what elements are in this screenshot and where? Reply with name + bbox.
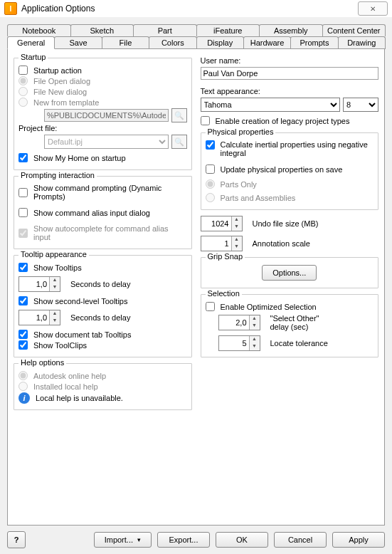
tab-sketch[interactable]: Sketch (70, 24, 134, 36)
tab-part[interactable]: Part (133, 24, 197, 36)
info-icon: i (18, 392, 30, 404)
optimized-selection-label: Enable Optimized Selection (221, 303, 317, 311)
spinner-up-icon[interactable]: ▲ (50, 277, 60, 284)
tab-drawing[interactable]: Drawing (338, 36, 386, 49)
help-icon: ? (14, 535, 19, 544)
font-select[interactable]: Tahoma (201, 98, 341, 112)
tab-general[interactable]: General (7, 36, 55, 49)
online-help-radio: Autodesk online help (18, 371, 187, 380)
toolclips-cb[interactable] (18, 340, 28, 350)
calc-inertial-checkbox[interactable]: Calculate inertial properties using nega… (206, 140, 374, 157)
cmd-prompting-checkbox[interactable]: Show command prompting (Dynamic Prompts) (18, 184, 187, 201)
help-button[interactable]: ? (7, 531, 26, 548)
help-unavailable-label: Local help is unavailable. (36, 394, 123, 402)
export-button[interactable]: Export... (157, 532, 210, 548)
dialog-footer: ? Import... Export... OK Cancel Apply (7, 531, 385, 548)
ok-button[interactable]: OK (216, 532, 268, 548)
tab-notebook[interactable]: Notebook (7, 24, 71, 36)
locate-spinner[interactable]: ▲▼ (218, 335, 260, 351)
anno-input[interactable] (201, 236, 231, 251)
parts-asm-rb (206, 193, 215, 202)
alias-checkbox[interactable]: Show command alias input dialog (18, 208, 187, 217)
spinner-down-icon[interactable]: ▼ (250, 323, 260, 330)
spinner-up-icon[interactable]: ▲ (232, 236, 242, 244)
locate-row: ▲▼ Locate tolerance (218, 335, 374, 351)
spinner-up-icon[interactable]: ▲ (232, 216, 242, 224)
spinner-up-icon[interactable]: ▲ (50, 310, 60, 318)
spinner-down-icon[interactable]: ▼ (232, 244, 242, 251)
tab-content-center[interactable]: Content Center (322, 24, 386, 36)
update-physical-checkbox[interactable]: Update physical properties on save (206, 164, 374, 174)
import-button[interactable]: Import... (94, 532, 152, 548)
calc-inertial-cb[interactable] (206, 140, 215, 150)
update-physical-cb[interactable] (206, 164, 215, 174)
group-physical: Physical properties Calculate inertial p… (201, 132, 379, 210)
toolclips-label: Show ToolClips (33, 341, 87, 350)
file-open-label: File Open dialog (33, 77, 90, 85)
legend-tooltip: Tooltip appearance (18, 250, 89, 258)
show-home-checkbox[interactable]: Show My Home on startup (18, 153, 187, 162)
spinner-down-icon[interactable]: ▼ (50, 284, 60, 291)
show-tooltips-cb[interactable] (18, 263, 28, 272)
cancel-button[interactable]: Cancel (274, 532, 327, 548)
show-home-cb[interactable] (18, 153, 28, 162)
select-other-label2: delay (sec) (270, 323, 319, 331)
tooltip-delay1-input[interactable] (19, 277, 49, 291)
calc-inertial-label: Calculate inertial properties using nega… (221, 140, 374, 157)
right-column: User name: Text appearance: Tahoma 8 Ena… (201, 55, 379, 416)
undo-spinner[interactable]: ▲▼ (201, 216, 243, 231)
toolclips-checkbox[interactable]: Show ToolClips (18, 340, 187, 350)
template-path-input (44, 109, 169, 122)
optimized-selection-cb[interactable] (206, 302, 215, 311)
startup-action-cb[interactable] (18, 66, 28, 75)
doc-tab-tooltips-cb[interactable] (18, 330, 28, 339)
tab-ifeature[interactable]: iFeature (196, 24, 260, 36)
startup-action-checkbox[interactable]: Startup action (18, 66, 187, 75)
parts-asm-radio: Parts and Assemblies (206, 193, 374, 202)
show-tooltips-checkbox[interactable]: Show Tooltips (18, 263, 187, 272)
gripsnap-options-button[interactable]: Options... (262, 265, 317, 281)
select-other-input[interactable] (219, 315, 249, 330)
undo-row: ▲▼ Undo file size (MB) (201, 216, 379, 231)
spinner-up-icon[interactable]: ▲ (250, 315, 260, 323)
tooltip-delay2-input[interactable] (19, 310, 49, 325)
alias-cb[interactable] (18, 208, 28, 217)
cmd-prompting-cb[interactable] (18, 188, 28, 197)
group-help: Help options Autodesk online help Instal… (14, 363, 192, 410)
new-template-rb (18, 98, 28, 107)
legacy-project-cb[interactable] (201, 116, 210, 125)
anno-label: Annotation scale (253, 239, 310, 248)
legend-physical: Physical properties (206, 127, 276, 136)
tab-hardware[interactable]: Hardware (243, 36, 291, 49)
spinner-down-icon[interactable]: ▼ (232, 224, 242, 231)
template-browse-button: 🔍 (171, 108, 187, 122)
tab-save[interactable]: Save (54, 36, 102, 49)
tooltip-delay1-spinner[interactable]: ▲▼ (18, 276, 60, 292)
spinner-down-icon[interactable]: ▼ (250, 343, 260, 350)
tooltip-delay2-spinner[interactable]: ▲▼ (18, 310, 60, 325)
anno-spinner[interactable]: ▲▼ (201, 236, 243, 251)
font-size-select[interactable]: 8 (343, 98, 378, 112)
new-template-label: New from template (33, 98, 99, 107)
second-level-checkbox[interactable]: Show second-level Tooltips (18, 296, 187, 305)
user-name-input[interactable] (201, 67, 379, 80)
apply-button[interactable]: Apply (332, 532, 385, 548)
tab-assembly[interactable]: Assembly (259, 24, 323, 36)
locate-input[interactable] (219, 336, 249, 350)
spinner-down-icon[interactable]: ▼ (50, 318, 60, 325)
select-other-spinner[interactable]: ▲▼ (218, 315, 260, 330)
legend-prompting: Prompting interaction (18, 171, 97, 179)
tab-display[interactable]: Display (196, 36, 244, 49)
autocomplete-label: Show autocomplete for command alias inpu… (33, 224, 187, 241)
spinner-up-icon[interactable]: ▲ (250, 336, 260, 343)
tab-prompts[interactable]: Prompts (290, 36, 338, 49)
legacy-project-checkbox[interactable]: Enable creation of legacy project types (201, 116, 379, 125)
tab-file[interactable]: File (102, 36, 149, 49)
doc-tab-tooltips-checkbox[interactable]: Show document tab Tooltips (18, 330, 187, 339)
close-icon[interactable]: ✕ (358, 1, 388, 16)
dialog-body: Notebook Sketch Part iFeature Assembly C… (0, 17, 392, 554)
second-level-cb[interactable] (18, 296, 28, 305)
optimized-selection-checkbox[interactable]: Enable Optimized Selection (206, 302, 374, 311)
undo-input[interactable] (201, 216, 231, 231)
tab-colors[interactable]: Colors (149, 36, 196, 49)
